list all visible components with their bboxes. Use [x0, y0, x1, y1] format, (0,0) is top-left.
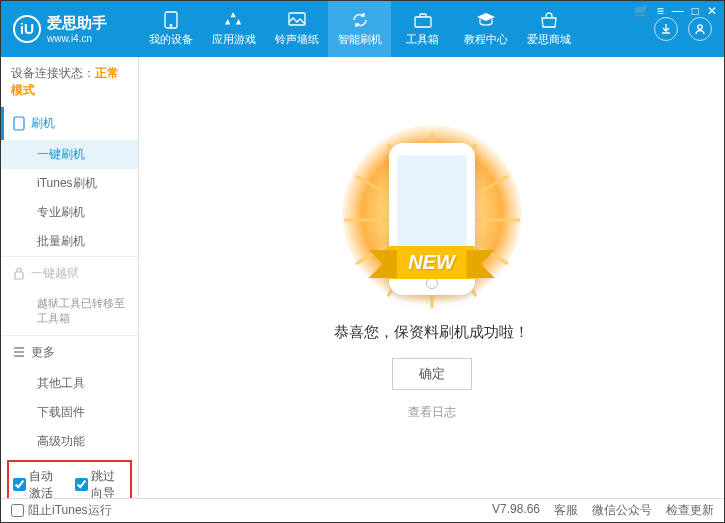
menu-icon[interactable]: ≡ — [657, 4, 664, 18]
customer-service-link[interactable]: 客服 — [554, 502, 578, 519]
apps-icon — [224, 11, 244, 29]
nav-toolbox[interactable]: 工具箱 — [391, 1, 454, 57]
svg-rect-5 — [14, 117, 24, 130]
sidebar-pro-flash[interactable]: 专业刷机 — [1, 198, 138, 227]
refresh-icon — [350, 11, 370, 29]
lock-icon — [13, 267, 25, 280]
checkbox-highlight: 自动激活 跳过向导 — [7, 460, 132, 498]
sidebar-batch-flash[interactable]: 批量刷机 — [1, 227, 138, 256]
sidebar-flash-header[interactable]: 刷机 — [1, 107, 138, 140]
logo: iU 爱思助手 www.i4.cn — [1, 14, 139, 44]
nav-flash[interactable]: 智能刷机 — [328, 1, 391, 57]
skip-guide-checkbox[interactable]: 跳过向导 — [75, 468, 127, 498]
svg-rect-6 — [15, 272, 23, 279]
hamburger-icon — [13, 347, 25, 357]
wechat-link[interactable]: 微信公众号 — [592, 502, 652, 519]
header: iU 爱思助手 www.i4.cn 我的设备 应用游戏 铃声墙纸 智能刷机 工具… — [1, 1, 724, 57]
toolbox-icon — [413, 11, 433, 29]
success-message: 恭喜您，保资料刷机成功啦！ — [334, 323, 529, 342]
wallpaper-icon — [287, 11, 307, 29]
block-itunes-checkbox[interactable]: 阻止iTunes运行 — [11, 502, 112, 519]
check-update-link[interactable]: 检查更新 — [666, 502, 714, 519]
version-label: V7.98.66 — [492, 502, 540, 519]
logo-title: 爱思助手 — [47, 14, 107, 33]
success-illustration: NEW — [342, 135, 522, 305]
svg-rect-3 — [415, 17, 431, 27]
sidebar-oneclick-flash[interactable]: 一键刷机 — [1, 140, 138, 169]
phone-icon — [161, 11, 181, 29]
logo-icon: iU — [13, 15, 41, 43]
view-log-link[interactable]: 查看日志 — [408, 404, 456, 421]
nav-tutorials[interactable]: 教程中心 — [454, 1, 517, 57]
cart-icon[interactable]: 🛒 — [634, 4, 649, 18]
svg-point-1 — [170, 25, 172, 27]
sidebar-itunes-flash[interactable]: iTunes刷机 — [1, 169, 138, 198]
sidebar-jailbreak-header[interactable]: 一键越狱 — [1, 257, 138, 290]
sidebar: 设备连接状态：正常模式 刷机 一键刷机 iTunes刷机 专业刷机 批量刷机 一… — [1, 57, 139, 498]
user-button[interactable] — [688, 17, 712, 41]
maximize-icon[interactable]: □ — [692, 4, 699, 18]
sidebar-download-firmware[interactable]: 下载固件 — [1, 398, 138, 427]
minimize-icon[interactable]: — — [672, 4, 684, 18]
sidebar-more-header[interactable]: 更多 — [1, 336, 138, 369]
phone-small-icon — [13, 116, 25, 131]
ok-button[interactable]: 确定 — [392, 358, 472, 390]
jailbreak-note: 越狱工具已转移至工具箱 — [1, 290, 138, 335]
logo-url: www.i4.cn — [47, 33, 107, 44]
nav-apps[interactable]: 应用游戏 — [202, 1, 265, 57]
close-icon[interactable]: ✕ — [707, 4, 717, 18]
footer: 阻止iTunes运行 V7.98.66 客服 微信公众号 检查更新 — [1, 498, 724, 522]
nav: 我的设备 应用游戏 铃声墙纸 智能刷机 工具箱 教程中心 爱思商城 — [139, 1, 654, 57]
nav-ringtones[interactable]: 铃声墙纸 — [265, 1, 328, 57]
nav-store[interactable]: 爱思商城 — [517, 1, 580, 57]
sidebar-other-tools[interactable]: 其他工具 — [1, 369, 138, 398]
store-icon — [539, 11, 559, 29]
auto-activate-checkbox[interactable]: 自动激活 — [13, 468, 65, 498]
sidebar-advanced[interactable]: 高级功能 — [1, 427, 138, 456]
nav-my-device[interactable]: 我的设备 — [139, 1, 202, 57]
new-ribbon: NEW — [388, 246, 475, 279]
connection-status: 设备连接状态：正常模式 — [1, 57, 138, 107]
svg-point-4 — [698, 25, 702, 29]
graduation-icon — [476, 11, 496, 29]
download-button[interactable] — [654, 17, 678, 41]
main-content: NEW 恭喜您，保资料刷机成功啦！ 确定 查看日志 — [139, 57, 724, 498]
